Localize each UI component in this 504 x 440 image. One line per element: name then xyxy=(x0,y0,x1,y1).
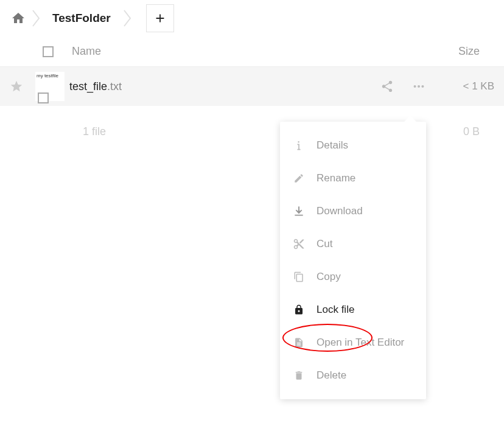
menu-open-text-editor[interactable]: Open in Text Editor xyxy=(280,326,426,359)
file-extension: .txt xyxy=(107,80,122,93)
select-all-checkbox[interactable] xyxy=(43,46,54,57)
summary-row: 1 file 0 B xyxy=(0,106,504,138)
file-checkbox[interactable] xyxy=(38,93,49,103)
column-header: Name Size xyxy=(0,37,504,67)
menu-label: Rename xyxy=(317,172,355,184)
scissors-icon xyxy=(292,237,306,251)
info-icon xyxy=(292,139,306,152)
chevron-right-icon xyxy=(123,9,131,27)
home-button[interactable] xyxy=(10,10,27,27)
more-horizontal-icon xyxy=(411,80,427,93)
menu-copy[interactable]: Copy xyxy=(280,260,426,293)
breadcrumb: TestFolder xyxy=(0,0,504,37)
context-menu: Details Rename Download Cut Copy Lock fi… xyxy=(280,122,426,399)
menu-label: Open in Text Editor xyxy=(317,337,404,349)
trash-icon xyxy=(292,369,306,382)
column-name[interactable]: Name xyxy=(72,45,458,58)
menu-label: Details xyxy=(317,139,348,152)
menu-lock-file[interactable]: Lock file xyxy=(280,293,426,326)
file-basename: test_file xyxy=(69,80,107,93)
menu-label: Copy xyxy=(317,271,341,283)
plus-icon xyxy=(153,12,167,25)
svg-point-1 xyxy=(418,85,420,88)
home-icon xyxy=(11,11,26,26)
summary-total: 0 B xyxy=(463,125,480,138)
file-name[interactable]: test_file.txt xyxy=(69,80,379,93)
menu-download[interactable]: Download xyxy=(280,195,426,228)
chevron-right-icon xyxy=(32,9,40,27)
copy-icon xyxy=(292,270,306,284)
menu-details[interactable]: Details xyxy=(280,129,426,162)
share-icon xyxy=(380,80,394,93)
add-button[interactable] xyxy=(146,4,174,32)
menu-label: Download xyxy=(317,205,363,217)
menu-label: Cut xyxy=(317,238,332,250)
menu-cut[interactable]: Cut xyxy=(280,228,426,260)
breadcrumb-folder[interactable]: TestFolder xyxy=(45,12,118,25)
file-size: < 1 KB xyxy=(446,80,494,93)
menu-rename[interactable]: Rename xyxy=(280,162,426,195)
menu-delete[interactable]: Delete xyxy=(280,359,426,392)
file-thumbnail: my testfile xyxy=(35,72,65,101)
pencil-icon xyxy=(292,172,306,185)
svg-point-2 xyxy=(421,85,424,88)
column-size[interactable]: Size xyxy=(458,45,480,58)
svg-point-0 xyxy=(414,85,416,88)
favorite-button[interactable] xyxy=(9,79,24,94)
lock-icon xyxy=(292,303,306,316)
more-button[interactable] xyxy=(410,78,427,95)
row-actions xyxy=(379,78,427,95)
menu-label: Delete xyxy=(317,369,346,382)
download-icon xyxy=(292,204,306,218)
star-icon xyxy=(10,80,23,93)
document-icon xyxy=(292,336,306,349)
share-button[interactable] xyxy=(379,78,396,95)
menu-label: Lock file xyxy=(317,304,354,316)
thumbnail-text: my testfile xyxy=(37,73,58,79)
file-row[interactable]: my testfile test_file.txt < 1 KB xyxy=(0,67,504,106)
